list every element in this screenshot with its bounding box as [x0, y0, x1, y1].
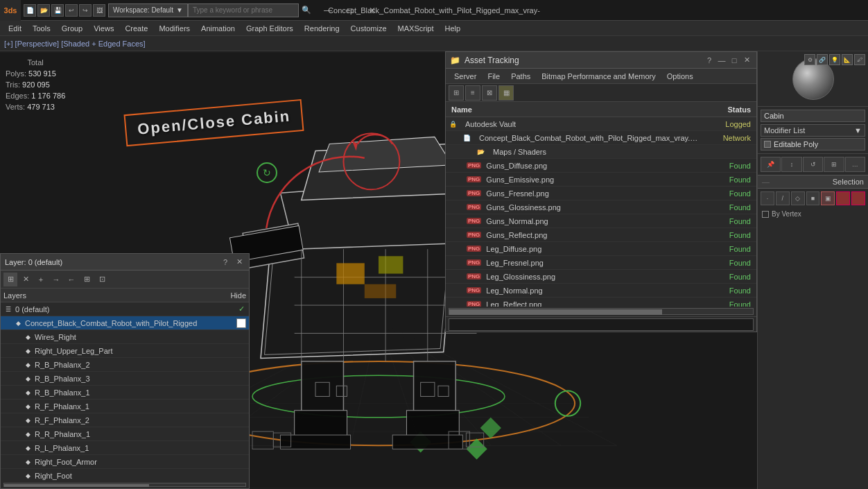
layer-row-0[interactable]: ☰0 (default)✓ [1, 302, 249, 316]
layer-tool-move-to[interactable]: → [49, 273, 63, 286]
asset-row-13[interactable]: PNGLeg_Reflect.pngFound [446, 298, 756, 307]
menu-item-maxscript[interactable]: MAXScript [392, 21, 440, 36]
panel-icon-4[interactable]: 📐 [842, 54, 853, 65]
panel-icon-1[interactable]: ⚙ [804, 54, 815, 65]
menu-item-modifiers[interactable]: Modifiers [153, 21, 196, 36]
search-btn[interactable]: 🔍 [299, 6, 314, 15]
sel-tool-red1[interactable] [836, 191, 850, 205]
save-icon[interactable]: 💾 [51, 4, 64, 17]
search-input[interactable] [188, 3, 299, 17]
mod-tool-scale[interactable]: ⊞ [824, 157, 844, 172]
render-icon[interactable]: 🖼 [93, 4, 105, 17]
select-poly-tool[interactable]: ■ [806, 191, 820, 205]
panel-icon-3[interactable]: 💡 [829, 54, 840, 65]
asset-row-11[interactable]: PNGLeg_Glossiness.pngFound [446, 270, 756, 284]
menu-item-group[interactable]: Group [56, 21, 89, 36]
layer-row-7[interactable]: ◆R_F_Phalanx_1 [1, 400, 249, 413]
asset-close-button[interactable]: ✕ [741, 55, 752, 66]
sel-tool-red2[interactable] [851, 191, 865, 205]
layer-scroll-thumb[interactable] [4, 484, 149, 487]
mod-tool-pin[interactable]: 📌 [761, 157, 781, 172]
asset-row-10[interactable]: PNGLeg_Fresnel.pngFound [446, 256, 756, 270]
asset-scrollbar[interactable] [449, 308, 754, 315]
menu-item-views[interactable]: Views [88, 21, 119, 36]
asset-row-2[interactable]: 📂Maps / Shaders [446, 145, 756, 159]
mod-tool-more[interactable]: … [845, 157, 865, 172]
asset-row-3[interactable]: PNGGuns_Diffuse.pngFound [446, 159, 756, 173]
select-edge-tool[interactable]: / [776, 191, 790, 205]
layer-row-6[interactable]: ◆R_B_Phalanx_1 [1, 386, 249, 400]
asset-row-8[interactable]: PNGGuns_Reflect.pngFound [446, 228, 756, 242]
asset-row-6[interactable]: PNGGuns_Glossiness.pngFound [446, 200, 756, 214]
layer-row-12[interactable]: ◆Right_Foot [1, 469, 249, 481]
undo-icon[interactable]: ↩ [65, 4, 78, 17]
select-element-tool[interactable]: ▣ [821, 191, 835, 205]
asset-tool-1[interactable]: ⊞ [449, 85, 464, 101]
layer-row-3[interactable]: ◆Right_Upper_Leg_Part [1, 344, 249, 358]
menu-item-rendering[interactable]: Rendering [299, 21, 345, 36]
menu-item-edit[interactable]: Edit [3, 21, 27, 36]
menu-item-create[interactable]: Create [119, 21, 153, 36]
layer-row-11[interactable]: ◆Right_Foot_Armor [1, 455, 249, 469]
modifier-checkbox[interactable] [764, 141, 771, 148]
asset-row-12[interactable]: PNGLeg_Normal.pngFound [446, 284, 756, 298]
asset-row-9[interactable]: PNGLeg_Diffuse.pngFound [446, 242, 756, 256]
layer-row-8[interactable]: ◆R_F_Phalanx_2 [1, 413, 249, 427]
asset-menu-bitmap-performance-and-memory[interactable]: Bitmap Performance and Memory [536, 71, 661, 82]
editable-poly-item[interactable]: Editable Poly [761, 138, 865, 151]
asset-tool-2[interactable]: ≡ [465, 85, 480, 101]
mod-tool-rotate[interactable]: ↺ [803, 157, 823, 172]
asset-maximize-button[interactable]: □ [729, 55, 740, 66]
layer-tool-expand[interactable]: ⊞ [80, 273, 94, 286]
asset-path-input[interactable] [449, 318, 754, 331]
layer-tool-add[interactable]: + [34, 273, 48, 286]
layer-tool-select[interactable]: ⊞ [3, 273, 17, 286]
menu-item-tools[interactable]: Tools [27, 21, 56, 36]
layer-row-5[interactable]: ◆R_B_Phalanx_3 [1, 372, 249, 386]
menu-item-animation[interactable]: Animation [196, 21, 241, 36]
menu-item-help[interactable]: Help [440, 21, 467, 36]
asset-menu-file[interactable]: File [482, 71, 505, 82]
asset-menu-server[interactable]: Server [449, 71, 482, 82]
open-icon[interactable]: 📂 [37, 4, 50, 17]
workspace-arrow: ▼ [176, 6, 183, 14]
panel-icon-2[interactable]: 🔗 [817, 54, 828, 65]
asset-tool-4[interactable]: ▦ [498, 85, 514, 101]
redo-icon[interactable]: ↪ [79, 4, 92, 17]
modifier-list-header[interactable]: Modifier List ▼ [761, 124, 865, 137]
asset-row-0[interactable]: 🔒Autodesk VaultLogged [446, 117, 756, 131]
workspace-dropdown[interactable]: Workspace: Default ▼ [108, 3, 188, 17]
layer-help-button[interactable]: ? [220, 257, 231, 268]
layer-tool-move-from[interactable]: ← [64, 273, 78, 286]
layer-tool-more[interactable]: ⊡ [95, 273, 109, 286]
layer-close-button[interactable]: ✕ [234, 257, 245, 268]
asset-help-button[interactable]: ? [704, 55, 715, 66]
asset-scroll-thumb[interactable] [449, 309, 662, 315]
asset-row-5[interactable]: PNGGuns_Fresnel.pngFound [446, 187, 756, 200]
select-vertex-tool[interactable]: · [761, 191, 774, 205]
col-name-label: Name [446, 105, 701, 114]
rotation-handle[interactable]: ↻ [257, 162, 277, 183]
asset-tool-3[interactable]: ⊠ [482, 85, 497, 101]
menu-item-customize[interactable]: Customize [345, 21, 392, 36]
layer-row-4[interactable]: ◆R_B_Phalanx_2 [1, 358, 249, 372]
panel-icon-5[interactable]: 🖊 [854, 54, 865, 65]
asset-menu-options[interactable]: Options [661, 71, 699, 82]
asset-row-7[interactable]: PNGGuns_Normal.pngFound [446, 214, 756, 228]
menu-item-graph-editors[interactable]: Graph Editors [241, 21, 299, 36]
new-icon[interactable]: 📄 [24, 4, 36, 17]
by-vertex-checkbox[interactable] [762, 211, 769, 218]
asset-menu-paths[interactable]: Paths [505, 71, 536, 82]
layer-tool-hide[interactable]: ✕ [19, 273, 33, 286]
asset-row-4[interactable]: PNGGuns_Emissive.pngFound [446, 173, 756, 187]
layer-color-btn-1[interactable] [236, 318, 246, 328]
asset-row-1[interactable]: 📄Concept_Black_Combat_Robot_with_Pilot_R… [446, 131, 756, 145]
asset-minimize-button[interactable]: — [716, 55, 727, 66]
layer-scrollbar[interactable] [3, 483, 246, 487]
select-border-tool[interactable]: ◇ [791, 191, 805, 205]
layer-row-1[interactable]: ◆Concept_Black_Combat_Robot_with_Pilot_R… [1, 316, 249, 330]
mod-tool-move[interactable]: ↕ [781, 157, 801, 172]
layer-row-9[interactable]: ◆R_R_Phalanx_1 [1, 427, 249, 441]
layer-row-2[interactable]: ◆Wires_Right [1, 330, 249, 344]
layer-row-10[interactable]: ◆R_L_Phalanx_1 [1, 441, 249, 455]
